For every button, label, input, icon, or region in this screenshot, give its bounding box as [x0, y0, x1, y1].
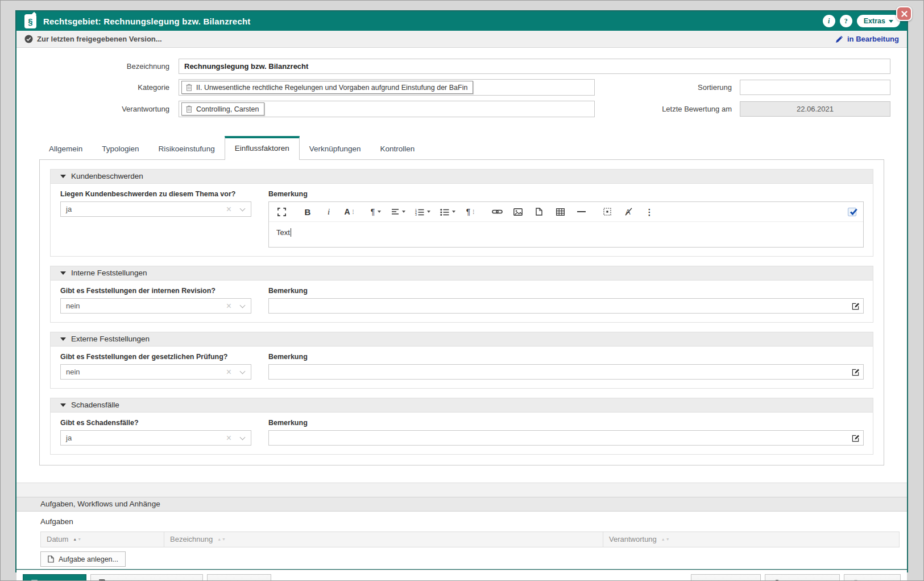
sort-desc-icon: ▼	[666, 537, 670, 541]
section-externe-feststellungen-header[interactable]: Externe Feststellungen	[51, 332, 873, 347]
svg-text:3: 3	[415, 213, 417, 216]
select-value: ja	[66, 205, 72, 213]
extras-label: Extras	[864, 17, 885, 25]
interne-feststellungen-select[interactable]: nein ×	[60, 298, 251, 314]
tab-einflussfaktoren[interactable]: Einflussfaktoren	[225, 136, 300, 160]
clear-selection-icon[interactable]: ×	[226, 368, 231, 377]
editor-checkbox-checked[interactable]	[848, 208, 856, 216]
kategorie-field[interactable]: II. Unwesentliche rechtliche Regelungen …	[179, 79, 595, 96]
last-approved-version-link[interactable]: Zur letzten freigegebenen Version...	[24, 35, 162, 43]
kategorie-chip[interactable]: II. Unwesentliche rechtliche Regelungen …	[181, 81, 473, 94]
paragraph-options-icon[interactable]: ¶⋮	[465, 207, 476, 217]
sort-icons[interactable]: ▲▼	[217, 537, 226, 541]
version-link-label: Zur letzten freigegebenen Version...	[37, 35, 162, 43]
tab-typologien[interactable]: Typologien	[92, 136, 148, 160]
delete-button[interactable]: Löschen	[844, 574, 901, 581]
window-close-button[interactable]	[896, 6, 912, 21]
text-cursor	[291, 228, 291, 237]
tab-kontrollen[interactable]: Kontrollen	[371, 136, 425, 160]
save-button[interactable]: Speichern	[23, 574, 86, 581]
alignment-icon[interactable]	[391, 207, 405, 217]
editor-text: Text	[276, 228, 290, 237]
edit-icon[interactable]	[852, 368, 860, 378]
section-title: Kundenbeschwerden	[71, 172, 143, 180]
externe-bemerkung-input[interactable]	[268, 364, 864, 380]
section-kundenbeschwerden-header[interactable]: Kundenbeschwerden	[51, 170, 873, 184]
page-title: Rechtsgebiet: Rechnungslegung bzw. Bilan…	[43, 17, 251, 26]
column-header-datum[interactable]: Datum ▲▼	[40, 531, 164, 547]
tab-allgemein[interactable]: Allgemein	[39, 136, 92, 160]
trash-icon[interactable]	[186, 105, 192, 113]
titlebar: § Rechtsgebiet: Rechnungslegung bzw. Bil…	[16, 11, 907, 31]
question-label: Gibt es Feststellungen der internen Revi…	[60, 287, 251, 295]
pencil-icon	[835, 35, 843, 43]
insert-image-icon[interactable]	[512, 207, 524, 217]
question-label: Gibt es Feststellungen der gesetzlichen …	[60, 353, 251, 361]
select-container-icon[interactable]	[602, 207, 613, 217]
insert-table-icon[interactable]	[554, 207, 566, 217]
clear-selection-icon[interactable]: ×	[226, 205, 231, 214]
remark-column: Bemerkung	[268, 287, 864, 314]
tasks-area: Aufgaben Datum ▲▼ Bezeichnung ▲▼ Verantw…	[16, 512, 907, 570]
paragraph-document-icon: §	[24, 14, 36, 28]
font-styles-icon[interactable]: A⋮	[344, 207, 355, 217]
bezeichnung-input[interactable]	[179, 59, 890, 74]
chevron-down-icon[interactable]	[240, 368, 246, 374]
tab-verknuepfungen[interactable]: Verknüpfungen	[300, 136, 371, 160]
verantwortung-chip[interactable]: Controlling, Carsten	[181, 102, 264, 116]
rich-text-editor: B i A⋮ ¶ 123 ¶⋮	[268, 201, 864, 248]
verantwortung-field[interactable]: Controlling, Carsten	[179, 101, 595, 117]
tab-bar: Allgemein Typologien Risikoeinstufung Ei…	[39, 136, 884, 160]
help-icon: ?	[844, 17, 848, 26]
vote-button[interactable]: Abstimmen	[691, 574, 761, 581]
unordered-list-icon[interactable]	[440, 207, 455, 217]
section-externe-feststellungen: Externe Feststellungen Gibt es Feststell…	[50, 332, 873, 389]
info-button[interactable]: i	[823, 15, 835, 27]
edit-icon[interactable]	[852, 302, 860, 312]
ordered-list-icon[interactable]: 123	[415, 207, 430, 217]
more-options-icon[interactable]: ⋮	[644, 207, 655, 217]
sortierung-input[interactable]	[740, 80, 890, 95]
chevron-down-icon	[427, 211, 430, 213]
help-button[interactable]: ?	[840, 15, 852, 27]
editor-content[interactable]: Text	[269, 222, 863, 247]
kundenbeschwerden-select[interactable]: ja ×	[60, 201, 251, 217]
chevron-down-icon[interactable]	[240, 302, 246, 308]
schadensfaelle-bemerkung-input[interactable]	[268, 430, 864, 446]
clear-selection-icon[interactable]: ×	[226, 434, 231, 443]
paragraph-format-icon[interactable]: ¶	[370, 207, 382, 217]
insert-link-icon[interactable]	[491, 207, 503, 217]
save-and-close-button[interactable]: Speichern und schließen	[90, 574, 203, 581]
extras-button[interactable]: Extras	[857, 15, 900, 27]
clear-formatting-icon[interactable]: A	[623, 207, 634, 217]
not-relevant-button[interactable]: Nicht relevant	[765, 574, 839, 581]
separator-band	[16, 483, 907, 497]
column-header-verantwortung[interactable]: Verantwortung ▲▼	[603, 531, 900, 547]
chevron-down-icon[interactable]	[240, 434, 246, 440]
clear-selection-icon[interactable]: ×	[226, 302, 231, 311]
tab-risikoeinstufung[interactable]: Risikoeinstufung	[149, 136, 225, 160]
fullscreen-icon[interactable]	[276, 207, 287, 217]
interne-bemerkung-input[interactable]	[268, 298, 864, 314]
app-window: § Rechtsgebiet: Rechnungslegung bzw. Bil…	[15, 10, 908, 572]
section-title: Externe Feststellungen	[71, 335, 150, 343]
section-schadensfaelle-header[interactable]: Schadensfälle	[51, 398, 873, 413]
cancel-button[interactable]: Abbrechen	[207, 574, 271, 581]
create-task-button[interactable]: Aufgabe anlegen...	[40, 551, 126, 567]
externe-feststellungen-select[interactable]: nein ×	[60, 364, 251, 380]
column-header-bezeichnung[interactable]: Bezeichnung ▲▼	[164, 531, 603, 547]
schadensfaelle-select[interactable]: ja ×	[60, 430, 251, 446]
insert-file-icon[interactable]	[533, 207, 545, 217]
collapse-triangle-icon	[60, 337, 66, 341]
chevron-down-icon[interactable]	[240, 205, 246, 211]
edit-icon[interactable]	[852, 434, 860, 444]
italic-icon[interactable]: i	[323, 207, 334, 217]
trash-icon[interactable]	[186, 84, 192, 91]
sort-icons[interactable]: ▲▼	[661, 537, 670, 541]
sortierung-label: Sortierung	[595, 83, 740, 92]
sort-icons[interactable]: ▲▼	[73, 537, 82, 541]
remark-label: Bemerkung	[268, 419, 864, 427]
horizontal-rule-icon[interactable]	[575, 207, 587, 217]
bold-icon[interactable]: B	[302, 207, 313, 217]
section-interne-feststellungen-header[interactable]: Interne Feststellungen	[51, 266, 873, 281]
